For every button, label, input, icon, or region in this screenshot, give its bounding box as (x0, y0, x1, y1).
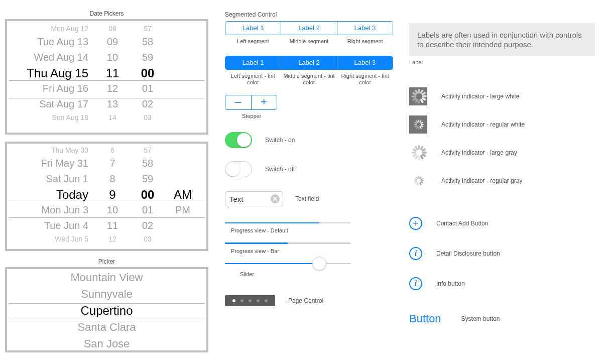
picker-row: San Jose (7, 335, 206, 352)
date-picker-1[interactable]: Mon Aug 120857 Tue Aug 130958 Wed Aug 14… (5, 19, 208, 135)
segment-middle[interactable]: Label 2 (281, 22, 337, 35)
segment-caption: Right segment - tint color (337, 73, 393, 86)
segmented-control-tinted[interactable]: Label 1 Label 2 Label 3 (225, 56, 393, 70)
detail-disclosure-button[interactable]: i (409, 247, 422, 260)
simple-picker[interactable]: Mountain View Sunnyvale Cupertino Santa … (5, 267, 208, 352)
activity-indicator-regular-white-icon (409, 115, 427, 134)
contact-add-button[interactable]: + (409, 217, 422, 230)
segment-caption: Left segment - tint color (225, 73, 281, 86)
system-button[interactable]: Button (409, 312, 441, 325)
text-field-caption: Text field (295, 195, 319, 202)
dp1-row: Fri Aug 161201 (7, 81, 206, 96)
slider[interactable] (225, 263, 350, 264)
segmented-title: Segmented Control (225, 11, 398, 18)
switch-off-caption: Switch - off (265, 166, 295, 173)
page-control-caption: Page Control (288, 297, 323, 304)
dp2-row: Mon Jun 31001PM (7, 202, 206, 218)
progress-default-caption: Progress view - Default (231, 227, 398, 233)
switch-on[interactable] (225, 132, 252, 148)
detail-disclosure-caption: Detail Disclosure button (436, 250, 500, 257)
page-dot[interactable] (240, 299, 244, 302)
page-dot[interactable] (232, 299, 235, 302)
picker-row: Santa Clara (7, 319, 206, 335)
label-caption: Label (409, 59, 595, 65)
dp1-row: Wed Aug 141059 (7, 50, 206, 65)
progress-bar (225, 242, 350, 244)
picker-title: Picker (5, 258, 208, 265)
info-caption: Info button (436, 280, 465, 287)
segmented-control-plain[interactable]: Label 1 Label 2 Label 3 (225, 21, 393, 35)
switch-off[interactable] (225, 161, 252, 177)
activity-indicator-large-gray-icon (409, 144, 427, 162)
dp2-row: Fri May 31758 (7, 156, 206, 171)
switch-on-caption: Switch - on (265, 137, 295, 144)
dp1-row-selected: Thu Aug 151100 (7, 65, 206, 81)
activity-indicator-large-white-icon (409, 87, 427, 105)
dp2-row: Sat Jun 1859 (7, 171, 206, 187)
dp1-row: Tue Aug 130958 (7, 34, 206, 50)
picker-row-selected: Cupertino (7, 302, 206, 319)
dp2-row: Tue Jun 41102 (7, 218, 206, 233)
stepper-plus[interactable]: + (252, 95, 277, 109)
segment-caption: Middle segment - tint color (281, 73, 337, 86)
dp1-row: Mon Aug 120857 (7, 23, 206, 34)
segment-right[interactable]: Label 3 (337, 56, 393, 69)
dp1-row: Sun Aug 181403 (7, 112, 206, 123)
progress-default (225, 222, 350, 223)
activity-caption: Activity indicator - regular white (441, 121, 525, 128)
slider-caption: Slider (240, 271, 398, 277)
activity-caption: Activity indicator - regular gray (441, 177, 522, 184)
stepper-minus[interactable]: – (225, 95, 252, 109)
dp2-row: Thu May 30657 (7, 145, 206, 156)
picker-row: Sunnyvale (7, 286, 206, 302)
info-button[interactable]: i (409, 277, 422, 290)
segment-right[interactable]: Label 3 (337, 22, 393, 35)
picker-row: Mountain View (7, 269, 206, 286)
contact-add-caption: Contact Add Button (436, 220, 488, 227)
segment-left[interactable]: Label 1 (225, 22, 281, 35)
stepper-caption: Stepper (242, 113, 398, 119)
date-pickers-title: Date Pickers (5, 10, 208, 17)
label-example: Labels are often used in conjunction wit… (409, 23, 595, 56)
page-dot[interactable] (249, 299, 252, 302)
date-picker-2[interactable]: Thu May 30657 Fri May 31758 Sat Jun 1859… (5, 142, 208, 251)
stepper[interactable]: – + (225, 95, 277, 110)
system-button-caption: System button (461, 315, 500, 322)
activity-caption: Activity indicator - large gray (441, 149, 517, 156)
segment-caption: Middle segment (281, 38, 337, 45)
page-dot[interactable] (257, 299, 260, 302)
segment-caption: Left segment (225, 38, 281, 45)
progress-bar-caption: Progress view - Bar (231, 248, 398, 254)
text-field-value: Text (229, 195, 244, 203)
dp2-row-selected: Today900AM (7, 187, 206, 202)
activity-caption: Activity indicator - large white (441, 93, 519, 100)
segment-left[interactable]: Label 1 (225, 56, 281, 69)
page-dot[interactable] (265, 299, 268, 302)
segment-caption: Right segment (337, 38, 393, 45)
text-field[interactable]: Text (225, 191, 283, 206)
clear-icon[interactable] (271, 194, 280, 203)
activity-indicator-regular-gray-icon (409, 172, 427, 190)
dp2-row: Wed Jun 51203 (7, 233, 206, 245)
segment-middle[interactable]: Label 2 (281, 56, 337, 69)
dp1-row: Sat Aug 171302 (7, 96, 206, 112)
page-control[interactable] (225, 295, 275, 306)
